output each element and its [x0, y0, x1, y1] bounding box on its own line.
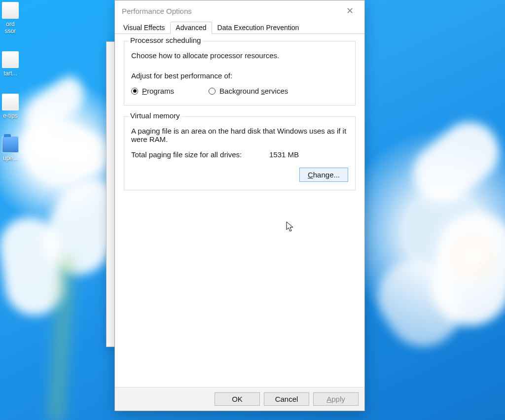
tab-content: Processor scheduling Choose how to alloc…: [115, 34, 364, 387]
vm-total-label: Total paging file size for all drives:: [131, 150, 250, 159]
titlebar[interactable]: Performance Options ✕: [115, 0, 364, 21]
folder-icon: [2, 136, 19, 153]
radio-label: Background services: [219, 87, 288, 95]
vm-total-value: 1531 MB: [269, 150, 299, 159]
ok-button[interactable]: OK: [215, 392, 260, 406]
desktop-icon-label: ord ssor: [0, 21, 21, 35]
dialog-footer: OK Cancel Apply: [115, 387, 364, 411]
close-icon[interactable]: ✕: [342, 5, 358, 16]
window-title: Performance Options: [122, 7, 192, 15]
desktop-icon-label: tart...: [0, 70, 21, 77]
scheduling-intro: Choose how to allocate processor resourc…: [131, 51, 348, 60]
scheduling-adjust: Adjust for best performance of:: [131, 71, 348, 80]
desktop-icon-label: upe...: [0, 155, 21, 162]
file-icon: [2, 2, 19, 19]
tab-strip: Visual Effects Advanced Data Execution P…: [115, 21, 364, 34]
apply-button[interactable]: Apply: [313, 392, 359, 406]
cancel-button[interactable]: Cancel: [264, 392, 309, 406]
tab-dep[interactable]: Data Execution Prevention: [212, 22, 305, 34]
group-legend: Virtual memory: [128, 111, 182, 120]
radio-dot-icon: [131, 88, 138, 95]
desktop-icons: ord ssor tart... e-tips upe...: [0, 0, 23, 176]
radio-label: Programs: [142, 87, 174, 95]
tab-advanced[interactable]: Advanced: [170, 22, 212, 34]
radio-dot-icon: [209, 88, 216, 95]
desktop-icon[interactable]: ord ssor: [0, 0, 21, 35]
desktop-icon[interactable]: e-tips: [0, 92, 21, 119]
desktop-icon[interactable]: tart...: [0, 49, 21, 77]
file-icon: [2, 51, 19, 68]
virtual-memory-group: Virtual memory A paging file is an area …: [124, 116, 356, 190]
radio-programs[interactable]: Programs: [131, 87, 174, 95]
file-icon: [2, 94, 19, 110]
performance-options-dialog: Performance Options ✕ Visual Effects Adv…: [114, 0, 365, 411]
processor-scheduling-group: Processor scheduling Choose how to alloc…: [124, 41, 356, 105]
desktop-icon[interactable]: upe...: [0, 134, 21, 162]
vm-description: A paging file is an area on the hard dis…: [131, 127, 348, 143]
desktop-icon-label: e-tips: [0, 112, 21, 119]
radio-background-services[interactable]: Background services: [209, 87, 288, 95]
desktop-background: ord ssor tart... e-tips upe... Performan…: [0, 0, 505, 420]
change-button[interactable]: Change...: [299, 168, 348, 182]
tab-visual-effects[interactable]: Visual Effects: [118, 22, 170, 34]
group-legend: Processor scheduling: [128, 36, 203, 44]
